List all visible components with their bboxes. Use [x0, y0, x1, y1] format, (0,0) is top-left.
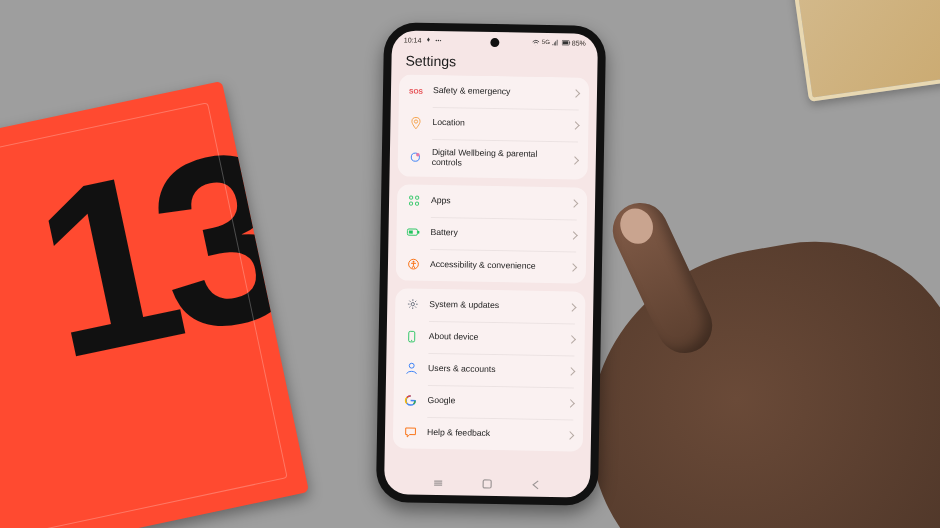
svg-point-19 [411, 340, 412, 341]
help-feedback-row[interactable]: Help & feedback [393, 416, 584, 451]
page-title: Settings [391, 48, 597, 78]
svg-rect-4 [569, 42, 570, 44]
battery-icon [562, 39, 569, 46]
phone-icon [405, 329, 419, 343]
chevron-right-icon [570, 199, 578, 207]
svg-rect-21 [483, 480, 491, 488]
row-label: Apps [431, 196, 561, 208]
google-icon [403, 393, 417, 407]
users-accounts-row[interactable]: Users & accounts [394, 352, 585, 387]
svg-point-0 [437, 39, 438, 40]
chevron-right-icon [572, 89, 580, 97]
system-updates-row[interactable]: System & updates [395, 288, 586, 323]
chevron-right-icon [569, 263, 577, 271]
chevron-right-icon [567, 367, 575, 375]
sos-icon: SOS [409, 84, 423, 98]
nav-recents-button[interactable] [432, 477, 444, 489]
svg-rect-11 [416, 202, 419, 205]
signal-bars-icon [552, 39, 559, 46]
row-label: Help & feedback [427, 428, 557, 440]
svg-rect-5 [563, 41, 569, 44]
wellbeing-icon [408, 150, 422, 164]
product-box: 13 [0, 81, 309, 528]
chevron-right-icon [566, 431, 574, 439]
battery-percent: 85% [572, 39, 586, 46]
svg-rect-14 [409, 231, 413, 234]
svg-rect-9 [416, 196, 419, 199]
row-label: Digital Wellbeing & parental controls [432, 148, 562, 170]
phone-screen: 10:14 5G 85% [384, 30, 598, 498]
svg-point-16 [412, 261, 414, 263]
user-icon [404, 361, 418, 375]
row-label: System & updates [429, 300, 559, 312]
accessibility-icon [406, 257, 420, 271]
svg-rect-8 [410, 196, 413, 199]
svg-point-2 [439, 39, 440, 40]
settings-group: Apps Battery Accessibility & convenience [396, 184, 588, 283]
nav-back-button[interactable] [530, 479, 542, 491]
chevron-right-icon [566, 399, 574, 407]
nearby-share-icon [424, 36, 431, 43]
chevron-right-icon [569, 231, 577, 239]
more-notifications-icon [434, 36, 441, 43]
apps-icon [407, 193, 421, 207]
google-row[interactable]: Google [393, 384, 584, 419]
status-time: 10:14 [404, 36, 422, 43]
safety-emergency-row[interactable]: SOS Safety & emergency [399, 74, 590, 109]
chevron-right-icon [567, 335, 575, 343]
settings-group: SOS Safety & emergency Location Digital … [398, 74, 590, 179]
nav-bar [384, 472, 590, 498]
chat-icon [403, 425, 417, 439]
wifi-icon [532, 38, 539, 45]
row-label: Safety & emergency [433, 86, 563, 98]
svg-point-17 [411, 303, 414, 306]
chevron-right-icon [568, 303, 576, 311]
settings-group: System & updates About device Users & ac… [393, 288, 586, 451]
gear-icon [405, 297, 419, 311]
svg-rect-13 [418, 231, 420, 234]
battery-icon [406, 225, 420, 239]
svg-point-20 [409, 363, 414, 368]
accessibility-row[interactable]: Accessibility & convenience [396, 248, 587, 283]
row-label: Users & accounts [428, 364, 558, 376]
row-label: Battery [430, 228, 560, 240]
row-label: Location [432, 118, 562, 130]
phone-frame: 10:14 5G 85% [376, 22, 606, 506]
about-device-row[interactable]: About device [394, 320, 585, 355]
signal-icon: 5G [542, 38, 549, 45]
svg-point-1 [435, 39, 436, 40]
apps-row[interactable]: Apps [397, 184, 588, 219]
chevron-right-icon [571, 121, 579, 129]
chevron-right-icon [571, 156, 579, 164]
row-label: Google [428, 396, 558, 408]
location-icon [408, 116, 422, 130]
location-row[interactable]: Location [398, 106, 589, 141]
box-number: 13 [24, 135, 294, 372]
wood-block [793, 0, 940, 102]
row-label: Accessibility & convenience [430, 260, 560, 272]
hand [562, 218, 940, 528]
battery-row[interactable]: Battery [396, 216, 587, 251]
wellbeing-row[interactable]: Digital Wellbeing & parental controls [398, 138, 589, 179]
settings-list[interactable]: SOS Safety & emergency Location Digital … [384, 74, 597, 476]
row-label: About device [429, 332, 559, 344]
nav-home-button[interactable] [481, 478, 493, 490]
svg-rect-10 [410, 202, 413, 205]
